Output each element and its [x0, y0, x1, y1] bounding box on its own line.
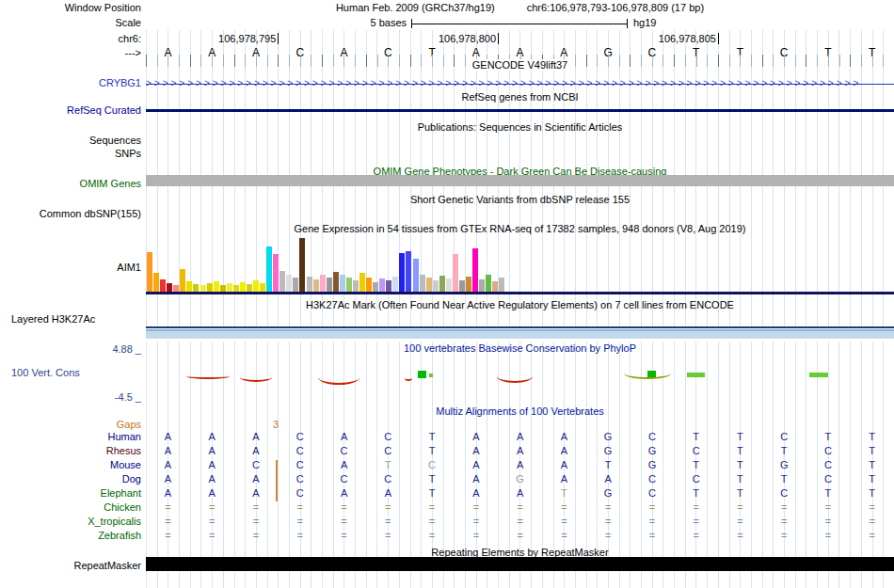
- gtex-bar-1[interactable]: [147, 252, 152, 292]
- aln-x_tropicalis-11: =: [586, 516, 631, 528]
- gtex-bar-25[interactable]: [307, 277, 312, 292]
- species-label-chicken[interactable]: Chicken: [8, 501, 141, 514]
- gtex-bar-33[interactable]: [359, 273, 365, 292]
- alignment-row-elephant[interactable]: AAACAATAATGCTTCTT: [146, 487, 894, 501]
- gtex-bar-18[interactable]: [260, 283, 265, 292]
- gtex-expression-barchart[interactable]: [147, 238, 505, 292]
- vert-cons-track-label[interactable]: 100 Vert. Cons: [11, 367, 80, 379]
- snps-track-label[interactable]: SNPs: [8, 148, 141, 160]
- gtex-bar-43[interactable]: [426, 278, 432, 292]
- gtex-bar-17[interactable]: [253, 280, 259, 292]
- aln-zebrafish-16: =: [806, 530, 850, 542]
- gtex-bar-54[interactable]: [499, 278, 504, 292]
- aln-human-14: T: [718, 431, 762, 443]
- omim-genes-label[interactable]: OMIM Genes: [8, 178, 141, 190]
- gtex-bar-29[interactable]: [333, 272, 339, 292]
- gtex-bar-40[interactable]: [406, 251, 411, 292]
- species-label-zebrafish[interactable]: Zebrafish: [8, 530, 141, 542]
- gtex-bar-51[interactable]: [479, 279, 485, 292]
- h3k27ac-layered-track[interactable]: [146, 326, 894, 342]
- alignment-row-dog[interactable]: AAACCCTAGAACCTTCT: [146, 473, 894, 486]
- gtex-bar-23[interactable]: [293, 278, 298, 292]
- alignment-row-chicken[interactable]: =================: [146, 501, 894, 515]
- gtex-bar-7[interactable]: [186, 281, 192, 292]
- sequences-track-label[interactable]: Sequences: [8, 135, 141, 147]
- alignment-row-zebrafish[interactable]: =================: [146, 530, 894, 543]
- gtex-bar-49[interactable]: [466, 277, 471, 292]
- repeatmasker-track-label[interactable]: RepeatMasker: [8, 560, 141, 572]
- gtex-bar-35[interactable]: [373, 282, 378, 292]
- gtex-bar-37[interactable]: [386, 280, 391, 292]
- aln-rhesus-15: T: [762, 445, 806, 457]
- gtex-bar-5[interactable]: [173, 285, 179, 292]
- crybg1-gene-track[interactable]: >>>>>>>>>>>>>>>>>>>>>>>>>>>>>>>>>>>>>>>>…: [146, 78, 894, 89]
- gtex-bar-16[interactable]: [247, 284, 252, 292]
- scale-bar: [411, 19, 628, 28]
- species-label-rhesus[interactable]: Rhesus: [8, 445, 141, 457]
- gtex-bar-42[interactable]: [420, 275, 425, 292]
- alignment-row-human[interactable]: AAACACTAAAGCTTCTT: [146, 431, 894, 444]
- gtex-bar-41[interactable]: [413, 259, 419, 292]
- species-label-x_tropicalis[interactable]: X_tropicalis: [8, 516, 141, 528]
- aln-dog-4: C: [278, 473, 322, 485]
- aln-elephant-3: A: [234, 487, 279, 500]
- alignment-row-rhesus[interactable]: AAACCCTAAAGGCTTCT: [146, 445, 894, 458]
- gtex-bar-48[interactable]: [459, 280, 465, 292]
- gtex-bar-50[interactable]: [472, 248, 478, 292]
- aln-human-17: T: [850, 431, 894, 443]
- gtex-bar-10[interactable]: [207, 283, 213, 292]
- refseq-curated-label[interactable]: RefSeq Curated: [8, 104, 141, 117]
- refseq-curated-track[interactable]: [146, 109, 894, 112]
- gtex-bar-26[interactable]: [313, 279, 319, 292]
- gtex-bar-15[interactable]: [240, 282, 246, 292]
- gtex-gene-label[interactable]: AIM1: [8, 262, 141, 274]
- gtex-bar-12[interactable]: [220, 285, 226, 292]
- gtex-bar-9[interactable]: [200, 285, 206, 292]
- species-label-human[interactable]: Human: [8, 431, 141, 443]
- gtex-bar-22[interactable]: [286, 275, 292, 292]
- alignment-row-x_tropicalis[interactable]: =================: [146, 516, 894, 529]
- aln-chicken-7: =: [410, 501, 455, 514]
- gtex-bar-11[interactable]: [214, 281, 219, 292]
- gtex-bar-47[interactable]: [453, 254, 458, 292]
- aln-dog-3: A: [234, 473, 279, 485]
- species-label-elephant[interactable]: Elephant: [8, 487, 141, 500]
- gtex-bar-46[interactable]: [446, 278, 452, 292]
- gtex-bar-14[interactable]: [233, 285, 239, 292]
- species-label-mouse[interactable]: Mouse: [8, 459, 141, 471]
- gtex-bar-32[interactable]: [353, 280, 359, 292]
- h3k27ac-track-label[interactable]: Layered H3K27Ac: [11, 313, 95, 326]
- gtex-bar-20[interactable]: [273, 254, 279, 292]
- gtex-bar-2[interactable]: [153, 273, 159, 292]
- gtex-bar-36[interactable]: [379, 278, 385, 292]
- aln-mouse-5: A: [322, 459, 366, 471]
- gtex-bar-44[interactable]: [433, 280, 439, 292]
- gtex-bar-21[interactable]: [279, 271, 285, 292]
- gtex-bar-30[interactable]: [340, 275, 345, 292]
- gtex-bar-34[interactable]: [366, 278, 372, 292]
- gtex-bar-53[interactable]: [492, 281, 498, 292]
- omim-genes-track[interactable]: [146, 175, 894, 186]
- gtex-bar-13[interactable]: [227, 283, 232, 292]
- gtex-bar-4[interactable]: [167, 283, 172, 292]
- repeatmasker-track[interactable]: [146, 557, 894, 571]
- gtex-bar-24[interactable]: [299, 238, 305, 292]
- gtex-bar-38[interactable]: [392, 277, 398, 292]
- crybg1-track-label[interactable]: CRYBG1: [8, 77, 141, 89]
- gtex-bar-52[interactable]: [486, 275, 491, 292]
- gtex-bar-6[interactable]: [180, 269, 185, 292]
- gtex-bar-19[interactable]: [266, 246, 272, 292]
- gtex-bar-39[interactable]: [399, 253, 405, 292]
- gtex-bar-3[interactable]: [160, 279, 166, 292]
- gtex-bar-31[interactable]: [346, 278, 352, 292]
- species-label-dog[interactable]: Dog: [8, 473, 141, 485]
- aln-dog-14: T: [718, 473, 762, 485]
- gtex-bar-45[interactable]: [439, 276, 445, 292]
- alignment-row-mouse[interactable]: AACCATCAAATGTTGCT: [146, 459, 894, 472]
- gtex-bar-27[interactable]: [320, 275, 326, 292]
- aln-rhesus-17: T: [850, 445, 894, 457]
- gtex-bar-28[interactable]: [327, 278, 332, 292]
- gtex-bar-8[interactable]: [193, 284, 199, 292]
- aln-elephant-10: T: [542, 487, 586, 500]
- dbsnp-track-label[interactable]: Common dbSNP(155): [8, 208, 141, 220]
